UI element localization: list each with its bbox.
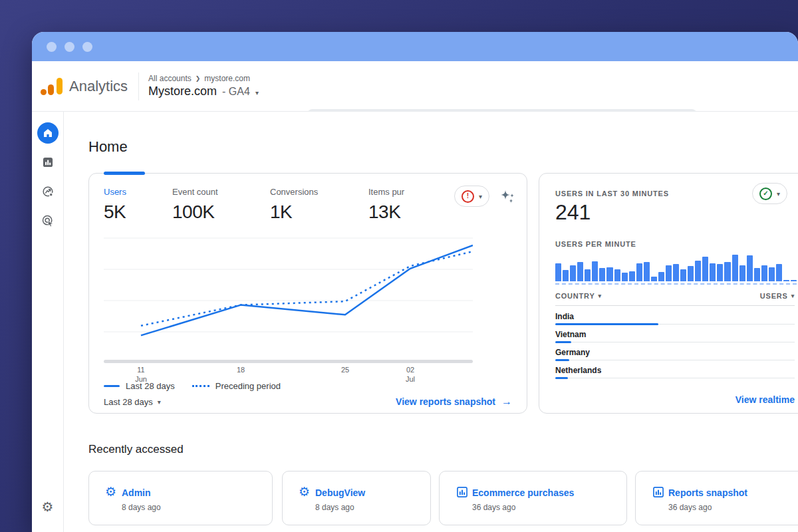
users-line-chart[interactable]: 11Jun 18 25 02Jul xyxy=(104,230,473,386)
browser-window: Analytics All accounts ❯ mystore.com Mys… xyxy=(32,32,798,532)
realtime-bar xyxy=(739,265,745,281)
realtime-bar xyxy=(614,269,620,281)
realtime-title: USERS IN LAST 30 MINUTES xyxy=(555,190,669,198)
realtime-bar-chart[interactable] xyxy=(555,252,797,281)
recent-card-admin[interactable]: ⚙ Admin 8 days ago xyxy=(88,471,273,525)
page-title: Home xyxy=(88,138,128,156)
realtime-bar xyxy=(599,268,605,281)
header-divider xyxy=(138,72,139,100)
sort-caret-icon: ▾ xyxy=(598,293,602,299)
recent-card-label: Admin xyxy=(122,487,151,498)
recent-card-time: 8 days ago xyxy=(122,503,161,512)
recent-card-time: 8 days ago xyxy=(315,503,354,512)
breadcrumb-account[interactable]: mystore.com xyxy=(204,74,250,83)
users-tab-indicator xyxy=(104,172,145,175)
nav-settings-button[interactable]: ⚙ xyxy=(37,496,59,517)
realtime-bar xyxy=(783,280,789,281)
realtime-bar xyxy=(666,265,672,281)
view-realtime-link[interactable]: View realtime xyxy=(735,394,795,405)
property-name: Mystore.com xyxy=(148,84,217,98)
table-row[interactable]: Netherlands xyxy=(555,360,795,378)
realtime-bar xyxy=(761,265,767,281)
legend-item: Last 28 days xyxy=(104,381,175,391)
property-selector[interactable]: Mystore.com - GA4 ▾ xyxy=(148,84,259,98)
realtime-bar xyxy=(651,277,657,281)
table-row[interactable]: Vietnam xyxy=(555,325,795,342)
check-circle-icon: ✓ xyxy=(759,188,772,200)
nav-home-button[interactable] xyxy=(37,122,59,144)
realtime-bar xyxy=(592,261,598,281)
insights-button[interactable] xyxy=(499,188,516,209)
metric-tab-items-purchased[interactable]: Items pur 13K xyxy=(368,187,454,223)
realtime-bar xyxy=(754,268,760,281)
realtime-bar xyxy=(695,261,701,281)
view-reports-snapshot-link[interactable]: View reports snapshot → xyxy=(396,396,512,408)
sparkle-icon xyxy=(499,188,516,207)
nav-explore-button[interactable] xyxy=(37,181,59,202)
analytics-logo-icon[interactable] xyxy=(40,76,64,97)
country-name: Vietnam xyxy=(555,330,795,339)
recent-card-ecommerce-purchases[interactable]: Ecommerce purchases 36 days ago xyxy=(439,471,627,525)
realtime-bar xyxy=(717,264,723,281)
bar-chart-icon xyxy=(652,485,665,499)
advertising-icon xyxy=(41,214,55,227)
realtime-bar xyxy=(555,263,561,281)
x-tick: 02Jul xyxy=(406,365,415,384)
line-chart-canvas xyxy=(104,230,473,363)
country-name: Netherlands xyxy=(555,366,795,375)
realtime-country-table: India Vietnam Germany Netherlands xyxy=(555,307,795,378)
metric-value: 1K xyxy=(270,201,368,223)
gear-icon: ⚙ xyxy=(299,485,310,499)
metric-tabs: Users 5K Event count 100K Conversions 1K… xyxy=(89,174,527,223)
metric-tab-conversions[interactable]: Conversions 1K xyxy=(270,187,368,223)
realtime-status-button[interactable]: ✓ ▾ xyxy=(752,183,787,204)
date-range-selector[interactable]: Last 28 days ▾ xyxy=(104,397,161,407)
chevron-down-icon: ▾ xyxy=(158,398,161,406)
chevron-down-icon: ▾ xyxy=(255,89,259,96)
users-column-header[interactable]: USERS ▾ xyxy=(760,292,795,300)
reports-icon xyxy=(41,156,55,169)
window-control-dot[interactable] xyxy=(47,42,57,52)
table-row[interactable]: India xyxy=(555,307,795,325)
realtime-bar xyxy=(776,264,782,281)
realtime-bar xyxy=(688,266,694,281)
chart-legend: Last 28 days Preceding period xyxy=(104,381,281,391)
breadcrumb-root[interactable]: All accounts xyxy=(148,74,192,83)
metric-label: Conversions xyxy=(270,187,368,197)
sort-caret-icon: ▾ xyxy=(791,293,795,299)
realtime-bar xyxy=(769,267,775,281)
realtime-bar xyxy=(680,269,686,281)
metric-value: 5K xyxy=(104,201,172,223)
recent-card-reports-snapshot[interactable]: Reports snapshot 36 days ago xyxy=(635,471,798,525)
realtime-bar xyxy=(585,269,591,281)
gear-icon: ⚙ xyxy=(42,500,54,513)
legend-item: Preceding period xyxy=(192,381,281,391)
recent-card-label: DebugView xyxy=(315,487,365,498)
users-per-minute-label: USERS PER MINUTE xyxy=(555,240,636,248)
realtime-card: USERS IN LAST 30 MINUTES ✓ ▾ 241 USERS P… xyxy=(539,173,798,414)
country-name: India xyxy=(555,312,795,321)
x-tick: 18 xyxy=(237,365,245,374)
metric-label: Items pur xyxy=(368,187,454,197)
window-control-dot[interactable] xyxy=(65,42,74,52)
metric-label: Users xyxy=(104,187,172,197)
analytics-logo-text[interactable]: Analytics xyxy=(69,78,128,95)
recent-card-label: Ecommerce purchases xyxy=(472,487,574,498)
recently-accessed-title: Recently accessed xyxy=(88,443,184,456)
users-bar xyxy=(555,377,568,379)
realtime-bar xyxy=(702,257,708,281)
browser-titlebar xyxy=(32,32,798,61)
legend-label: Preceding period xyxy=(215,381,281,391)
nav-reports-button[interactable] xyxy=(37,152,59,173)
nav-advertising-button[interactable] xyxy=(37,210,59,231)
table-row[interactable]: Germany xyxy=(555,342,795,360)
realtime-bar xyxy=(636,263,642,281)
metric-tab-users[interactable]: Users 5K xyxy=(104,187,172,223)
window-control-dot[interactable] xyxy=(82,42,92,52)
users-30min-value: 241 xyxy=(555,200,591,225)
recent-card-debugview[interactable]: ⚙ DebugView 8 days ago xyxy=(282,471,431,525)
country-column-header[interactable]: COUNTRY ▾ xyxy=(555,292,602,300)
data-quality-button[interactable]: ! ▾ xyxy=(454,186,489,207)
metric-tab-event-count[interactable]: Event count 100K xyxy=(172,187,270,223)
realtime-bar xyxy=(606,267,612,281)
